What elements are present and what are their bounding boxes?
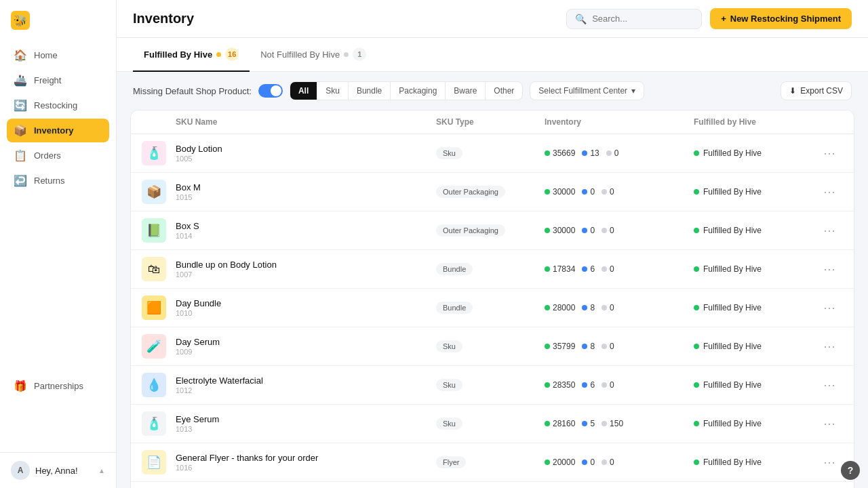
tab-not-fulfilled-count: 1 <box>353 47 366 61</box>
row-more-menu[interactable]: ⋯ <box>816 298 843 318</box>
export-csv-button[interactable]: ⬇ Export CSV <box>781 81 852 100</box>
tab-fulfilled-by-hive[interactable]: Fulfilled By Hive 16 <box>133 38 250 72</box>
export-label: Export CSV <box>800 86 843 96</box>
row-more-menu[interactable]: ⋯ <box>816 220 843 241</box>
row-more-menu[interactable]: ⋯ <box>816 413 843 434</box>
new-shipment-button[interactable]: + New Restocking Shipment <box>710 8 852 29</box>
fulfillment-placeholder: Select Fulfillment Center <box>538 86 627 96</box>
tab-not-fulfilled-dot <box>344 52 349 57</box>
sidebar-label-freight: Freight <box>34 75 61 85</box>
product-name: Bundle up on Body Lotion <box>176 260 436 270</box>
sidebar-item-returns[interactable]: ↩️ Returns <box>7 169 109 192</box>
inv-gray: 0 <box>601 458 614 467</box>
sidebar-item-inventory[interactable]: 📦 Inventory <box>7 119 109 142</box>
search-input[interactable] <box>592 14 693 24</box>
fulfilled-label: Fulfilled By Hive <box>703 187 762 197</box>
restocking-icon: 🔄 <box>14 99 27 112</box>
fulfilled-cell: Fulfilled By Hive <box>694 303 816 312</box>
product-thumbnail: 📄 <box>142 450 166 474</box>
filter-btn-all[interactable]: All <box>290 82 317 100</box>
filter-btn-bundle[interactable]: Bundle <box>349 82 391 100</box>
table-row: 💧 Electrolyte Waterfacial 1012 Sku 28350… <box>131 366 854 405</box>
row-more-menu[interactable]: ⋯ <box>816 259 843 279</box>
topbar-right: 🔍 + New Restocking Shipment <box>566 8 852 29</box>
fulfilled-label: Fulfilled By Hive <box>703 380 762 390</box>
row-more-menu[interactable]: ⋯ <box>816 336 843 357</box>
sku-type-badge: Sku <box>436 379 462 391</box>
inv-gray: 0 <box>601 342 614 351</box>
blue-dot <box>582 382 587 388</box>
inv-gray: 0 <box>601 303 614 312</box>
product-info: Box S 1014 <box>176 221 436 240</box>
filter-btn-other[interactable]: Other <box>486 82 522 100</box>
sku-type-badge: Outer Packaging <box>436 224 505 237</box>
inv-green: 28000 <box>545 303 575 312</box>
product-info: Day Bundle 1010 <box>176 298 436 317</box>
filter-btn-packaging[interactable]: Packaging <box>391 82 446 100</box>
table-row: 📗 Box S 1014 Outer Packaging 30000 0 0 F… <box>131 211 854 250</box>
sidebar-item-orders[interactable]: 📋 Orders <box>7 144 109 167</box>
filter-btn-bware[interactable]: Bware <box>446 82 486 100</box>
gray-dot <box>601 421 607 426</box>
sku-type-cell: Outer Packaging <box>436 224 545 237</box>
gray-dot <box>601 266 607 272</box>
product-name: General Flyer - thanks for your order <box>176 453 436 463</box>
blue-dot <box>582 150 587 156</box>
product-thumbnail: 🛍 <box>142 257 166 281</box>
sidebar-item-restocking[interactable]: 🔄 Restocking <box>7 94 109 117</box>
user-profile[interactable]: A Hey, Anna! ▲ <box>0 452 116 488</box>
table-body: 🧴 Body Lotion 1005 Sku 35669 13 0 Fulfil… <box>131 134 854 488</box>
table-row: 🧴 Glossing Shampoo 1004 Sku 28199 4 50 F… <box>131 482 854 488</box>
logo-icon: 🐝 <box>11 11 30 30</box>
product-name: Box S <box>176 221 436 231</box>
green-dot <box>545 382 550 388</box>
search-bar[interactable]: 🔍 <box>566 9 702 29</box>
sidebar-item-freight[interactable]: 🚢 Freight <box>7 68 109 92</box>
product-thumbnail: 🧪 <box>142 334 166 359</box>
row-more-menu[interactable]: ⋯ <box>816 182 843 202</box>
missing-label: Missing Default Shop Product: <box>133 86 252 96</box>
col-fulfilled: Fulfilled by Hive <box>694 117 816 127</box>
row-more-menu[interactable]: ⋯ <box>816 143 843 163</box>
sidebar-item-home[interactable]: 🏠 Home <box>7 43 109 67</box>
product-thumbnail: 🧴 <box>142 411 166 436</box>
tab-not-fulfilled-by-hive[interactable]: Not Fulfilled By Hive 1 <box>250 38 377 72</box>
inv-green: 30000 <box>545 187 575 197</box>
freight-icon: 🚢 <box>14 74 27 87</box>
inv-green: 20000 <box>545 458 575 467</box>
inventory-cell: 35669 13 0 <box>545 148 694 158</box>
product-thumbnail: 📗 <box>142 218 166 243</box>
filter-btn-sku[interactable]: Sku <box>317 82 349 100</box>
plus-icon: + <box>721 14 726 24</box>
page-title: Inventory <box>133 11 194 26</box>
row-more-menu[interactable]: ⋯ <box>816 452 843 472</box>
green-dot <box>545 228 550 233</box>
inv-green: 30000 <box>545 226 575 235</box>
gray-dot <box>601 460 607 465</box>
product-thumbnail: 📦 <box>142 180 166 204</box>
product-info: Eye Serum 1013 <box>176 414 436 433</box>
product-id: 1014 <box>176 232 436 240</box>
inv-blue: 13 <box>582 148 599 158</box>
blue-dot <box>582 228 587 233</box>
sidebar-item-partnerships[interactable]: 🎁 Partnerships <box>7 374 109 398</box>
sidebar-label-partnerships: Partnerships <box>34 381 83 391</box>
row-more-menu[interactable]: ⋯ <box>816 375 843 395</box>
partnerships-icon: 🎁 <box>14 380 27 392</box>
tab-fulfilled-label: Fulfilled By Hive <box>144 49 212 60</box>
inv-green: 28350 <box>545 380 575 390</box>
inventory-cell: 30000 0 0 <box>545 187 694 197</box>
fulfilled-label: Fulfilled By Hive <box>703 303 762 312</box>
missing-toggle[interactable] <box>258 84 283 98</box>
product-id: 1005 <box>176 155 436 163</box>
fulfillment-center-select[interactable]: Select Fulfillment Center ▾ <box>530 81 644 100</box>
green-dot <box>545 460 550 465</box>
fulfilled-label: Fulfilled By Hive <box>703 342 762 351</box>
product-info: Day Serum 1009 <box>176 337 436 356</box>
tab-fulfilled-count: 16 <box>225 47 239 61</box>
help-button[interactable]: ? <box>841 461 860 480</box>
filter-type-buttons: All Sku Bundle Packaging Bware Other <box>290 81 523 100</box>
inventory-table: SKU Name SKU Type Inventory Fulfilled by… <box>130 110 854 488</box>
inv-blue: 0 <box>582 226 595 235</box>
sidebar-label-restocking: Restocking <box>34 100 77 110</box>
